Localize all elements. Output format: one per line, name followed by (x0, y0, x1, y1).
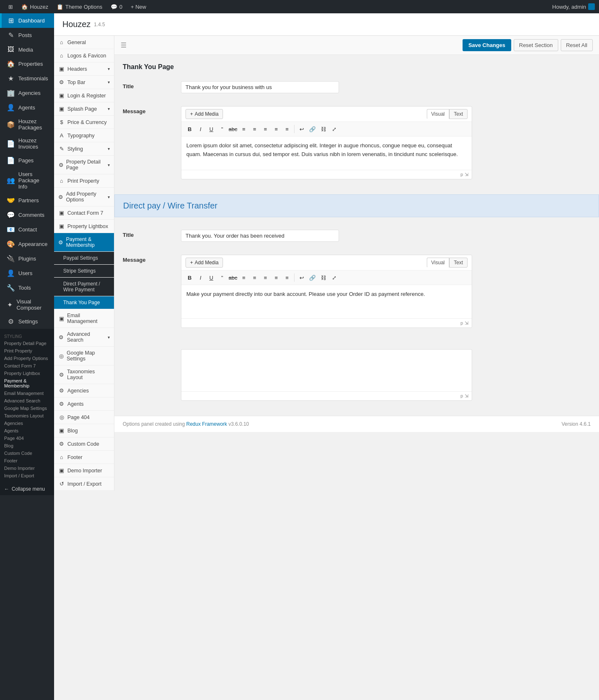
wp-logo[interactable]: ⊞ (4, 0, 17, 13)
menu-item-plugins[interactable]: 🔌 Plugins (0, 251, 54, 266)
opt-nav-contact-form[interactable]: ▣ Contact Form 7 (54, 206, 114, 220)
text-tab-2[interactable]: Text (449, 258, 468, 268)
menu-item-houzez-packages[interactable]: 📦 Houzez Packages (0, 115, 54, 134)
small-nav-advanced-search[interactable]: Advanced Search (0, 397, 54, 405)
blockquote-tool-2[interactable]: " (217, 273, 227, 283)
opt-nav-splash[interactable]: ▣ Splash Page ▾ (54, 102, 114, 116)
strikethrough-tool-1[interactable]: abc (228, 124, 238, 134)
opt-nav-topbar[interactable]: ⚙ Top Bar ▾ (54, 76, 114, 89)
small-nav-property-lightbox[interactable]: Property Lightbox (0, 370, 54, 377)
link-tool-2[interactable]: 🔗 (307, 273, 317, 283)
resize-handle-3[interactable]: ⇲ (465, 393, 468, 399)
small-nav-demo-importer[interactable]: Demo Importer (0, 464, 54, 472)
site-name[interactable]: 🏠 Houzez (17, 0, 52, 13)
opt-nav-import-export[interactable]: ↺ Import / Export (54, 477, 114, 491)
opt-nav-email[interactable]: ▣ Email Management (54, 309, 114, 328)
small-nav-google-map[interactable]: Google Map Settings (0, 405, 54, 412)
comments-link[interactable]: 💬 0 (106, 0, 126, 13)
small-nav-agencies2[interactable]: Agencies (0, 420, 54, 427)
menu-item-settings[interactable]: ⚙ Settings (0, 314, 54, 329)
opt-nav-lightbox[interactable]: ▣ Property Lightbox (54, 220, 114, 233)
opt-nav-custom-code[interactable]: ⚙ Custom Code (54, 437, 114, 451)
numbered-list-tool-2[interactable]: ≡ (250, 273, 260, 283)
visual-tab-1[interactable]: Visual (427, 109, 449, 119)
menu-item-visual-composer[interactable]: ✦ Visual Composer (0, 295, 54, 314)
small-nav-import-export[interactable]: Import / Export (0, 472, 54, 479)
menu-item-properties[interactable]: 🏠 Properties (0, 57, 54, 71)
theme-options-link[interactable]: 📋 Theme Options (52, 0, 106, 13)
underline-tool-1[interactable]: U (206, 124, 216, 134)
underline-tool-2[interactable]: U (206, 273, 216, 283)
opt-nav-payment[interactable]: ⚙ Payment & Membership (54, 233, 114, 252)
fullscreen-tool-2[interactable]: ⤢ (329, 273, 339, 283)
menu-item-users[interactable]: 👤 Users (0, 266, 54, 280)
undo-tool-1[interactable]: ↩ (297, 124, 307, 134)
unlink-tool-2[interactable]: ⛓ (318, 273, 328, 283)
align-center-tool-2[interactable]: ≡ (271, 273, 281, 283)
redux-framework-link[interactable]: Redux Framework (186, 421, 227, 427)
reset-all-button[interactable]: Reset All (561, 39, 593, 51)
opt-nav-google-map[interactable]: ◎ Google Map Settings (54, 347, 114, 365)
opt-nav-direct-payment[interactable]: Direct Payment / Wire Payment (54, 278, 114, 296)
small-nav-blog[interactable]: Blog (0, 442, 54, 449)
opt-nav-page404[interactable]: ◎ Page 404 (54, 411, 114, 424)
menu-item-partners[interactable]: 🤝 Partners (0, 193, 54, 208)
menu-item-tools[interactable]: 🔧 Tools (0, 280, 54, 295)
menu-item-users-package[interactable]: 👥 Users Package Info (0, 168, 54, 193)
bullet-list-tool-2[interactable]: ≡ (239, 273, 249, 283)
opt-nav-typography[interactable]: A Typography (54, 129, 114, 142)
menu-item-agencies[interactable]: 🏢 Agencies (0, 86, 54, 100)
align-right-tool-1[interactable]: ≡ (282, 124, 292, 134)
small-nav-print-property[interactable]: Print Property (0, 347, 54, 355)
opt-nav-agencies[interactable]: ⚙ Agencies (54, 384, 114, 397)
menu-item-media[interactable]: 🖼 Media (0, 42, 54, 57)
opt-nav-logos[interactable]: ⌂ Logos & Favicon (54, 49, 114, 62)
unlink-tool-1[interactable]: ⛓ (318, 124, 328, 134)
opt-nav-headers[interactable]: ▣ Headers ▾ (54, 62, 114, 76)
bold-tool-1[interactable]: B (185, 124, 195, 134)
reset-section-button[interactable]: Reset Section (514, 39, 558, 51)
align-center-tool-1[interactable]: ≡ (271, 124, 281, 134)
link-tool-1[interactable]: 🔗 (307, 124, 317, 134)
align-right-tool-2[interactable]: ≡ (282, 273, 292, 283)
small-nav-add-property[interactable]: Add Property Options (0, 355, 54, 362)
menu-toggle-icon[interactable]: ☰ (121, 41, 126, 49)
menu-item-pages[interactable]: 📄 Pages (0, 153, 54, 168)
menu-item-contact[interactable]: 📧 Contact (0, 222, 54, 237)
small-nav-payment[interactable]: Payment & Membership (0, 377, 54, 390)
opt-nav-general[interactable]: ⌂ General (54, 36, 114, 49)
text-tab-1[interactable]: Text (449, 109, 468, 119)
small-nav-email[interactable]: Email Management (0, 390, 54, 397)
menu-item-dashboard[interactable]: ⊞ Dashboard (0, 13, 54, 28)
small-nav-custom-code[interactable]: Custom Code (0, 449, 54, 457)
numbered-list-tool-1[interactable]: ≡ (250, 124, 260, 134)
italic-tool-2[interactable]: I (196, 273, 205, 283)
small-nav-agents2[interactable]: Agents (0, 427, 54, 434)
editor-body-2[interactable]: Make your payment directly into our bank… (181, 285, 472, 318)
align-left-tool-2[interactable]: ≡ (260, 273, 270, 283)
opt-nav-property-detail[interactable]: ⚙ Property Detail Page ▾ (54, 156, 114, 174)
small-nav-page404[interactable]: Page 404 (0, 434, 54, 442)
small-nav-property-detail[interactable]: Property Detail Page (0, 340, 54, 347)
opt-nav-paypal[interactable]: Paypal Settings (54, 252, 114, 265)
editor-body-3[interactable] (181, 350, 472, 391)
opt-nav-taxonomies[interactable]: ⚙ Taxonomies Layout (54, 365, 114, 384)
opt-nav-stripe[interactable]: Stripe Settings (54, 265, 114, 278)
italic-tool-1[interactable]: I (196, 124, 205, 134)
editor-body-1[interactable]: Lorem ipsum dolor sit amet, consectetur … (181, 137, 472, 170)
title-input-1[interactable] (181, 81, 339, 93)
menu-item-testimonials[interactable]: ★ Testimonials (0, 71, 54, 86)
align-left-tool-1[interactable]: ≡ (260, 124, 270, 134)
opt-nav-agents[interactable]: ⚙ Agents (54, 397, 114, 411)
opt-nav-advanced-search[interactable]: ⚙ Advanced Search ▾ (54, 328, 114, 347)
opt-nav-thank-you[interactable]: Thank You Page (54, 296, 114, 309)
strikethrough-tool-2[interactable]: abc (228, 273, 238, 283)
bold-tool-2[interactable]: B (185, 273, 195, 283)
menu-item-posts[interactable]: ✎ Posts (0, 28, 54, 42)
opt-nav-styling[interactable]: ✎ Styling ▾ (54, 142, 114, 156)
visual-tab-2[interactable]: Visual (427, 258, 449, 268)
blockquote-tool-1[interactable]: " (217, 124, 227, 134)
title-input-2[interactable] (181, 230, 339, 242)
save-changes-button[interactable]: Save Changes (463, 39, 511, 51)
opt-nav-demo-importer[interactable]: ▣ Demo Importer (54, 464, 114, 477)
